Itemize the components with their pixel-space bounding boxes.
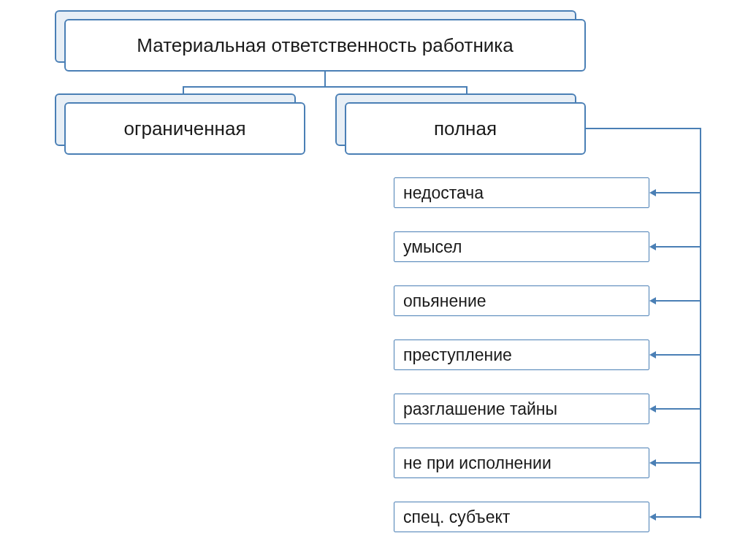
detail-label-2: опьянение [403, 291, 486, 311]
detail-label-0: недостача [403, 183, 484, 203]
arrow-head-2 [649, 297, 656, 304]
arrow-line-1 [656, 246, 700, 248]
detail-box-6: спец. субъект [394, 502, 649, 532]
arrow-head-4 [649, 405, 656, 413]
arrow-line-6 [656, 516, 700, 518]
arrow-head-1 [649, 243, 656, 250]
arrow-line-0 [656, 192, 700, 193]
detail-box-4: разглашение тайны [394, 394, 649, 424]
detail-label-6: спец. субъект [403, 507, 510, 527]
detail-label-5: не при исполнении [403, 453, 552, 473]
connector-branch-to-bus [586, 128, 701, 129]
arrow-head-6 [649, 513, 656, 521]
hierarchy-diagram: Материальная ответственность работника о… [0, 0, 748, 560]
arrow-head-0 [649, 189, 656, 196]
detail-box-0: недостача [394, 177, 649, 208]
arrow-head-5 [649, 459, 656, 467]
right-branch-node: полная [345, 102, 586, 155]
detail-label-4: разглашение тайны [403, 399, 557, 419]
arrow-head-3 [649, 351, 656, 358]
detail-box-5: не при исполнении [394, 448, 649, 478]
left-branch-node: ограниченная [64, 102, 305, 155]
arrow-line-5 [656, 462, 700, 464]
vertical-bus [700, 129, 701, 518]
root-label: Материальная ответственность работника [137, 34, 513, 57]
right-branch-label: полная [434, 118, 497, 140]
detail-label-1: умысел [403, 237, 462, 257]
left-branch-label: ограниченная [123, 118, 245, 140]
arrow-line-4 [656, 408, 700, 410]
connector-root-down [324, 72, 326, 88]
connector-horizontal [183, 86, 468, 88]
arrow-line-3 [656, 354, 700, 356]
detail-box-1: умысел [394, 231, 649, 262]
detail-box-3: преступление [394, 340, 649, 370]
arrow-line-2 [656, 300, 700, 302]
detail-label-3: преступление [403, 345, 512, 365]
root-node: Материальная ответственность работника [64, 19, 586, 72]
detail-box-2: опьянение [394, 285, 649, 316]
